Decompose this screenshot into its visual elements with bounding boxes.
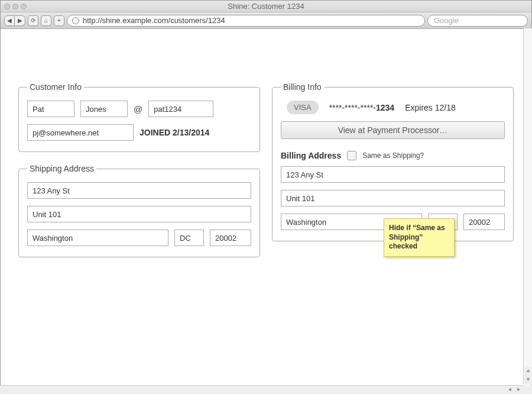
same-as-shipping-checkbox[interactable] [347, 151, 356, 160]
billing-street2-field[interactable] [281, 190, 505, 206]
card-expires: Expires 12/18 [405, 103, 456, 112]
card-masked-prefix: ****-****-****- [329, 103, 376, 112]
billing-zip-field[interactable] [463, 214, 505, 230]
username-field[interactable] [148, 101, 213, 117]
add-button[interactable]: + [54, 15, 64, 26]
email-field[interactable] [27, 124, 134, 141]
annotation-sticky-note: Hide if “Same as Shipping” checked [384, 218, 455, 257]
billing-info-legend: Billing Info [281, 82, 324, 92]
titlebar: Shine: Customer 1234 [1, 1, 531, 12]
forward-button[interactable]: ▶ [15, 15, 25, 26]
first-name-field[interactable] [27, 101, 74, 117]
window-title: Shine: Customer 1234 [1, 2, 531, 11]
annotation-text: Hide if “Same as Shipping” checked [389, 224, 445, 250]
shipping-zip-field[interactable] [210, 230, 251, 246]
shipping-address-group: Shipping Address [18, 164, 260, 257]
url-bar[interactable]: http://shine.example.com/customers/1234 [67, 15, 425, 27]
card-number: ****-****-****-1234 [329, 103, 395, 112]
url-text: http://shine.example.com/customers/1234 [83, 16, 225, 25]
customer-info-group: Customer Info @ JOINED 2/13/2014 [18, 82, 260, 152]
card-last4: 1234 [376, 103, 394, 112]
last-name-field[interactable] [80, 101, 128, 117]
scroll-left-arrow-icon[interactable]: ◂ [505, 386, 514, 394]
shipping-state-field[interactable] [174, 230, 204, 246]
reload-button[interactable]: ⟳ [28, 15, 38, 26]
page-content: Customer Info @ JOINED 2/13/2014 Shippin… [1, 29, 531, 393]
home-button[interactable]: ⌂ [41, 15, 51, 26]
scroll-right-arrow-icon[interactable]: ▸ [514, 386, 523, 394]
search-placeholder: Google [434, 16, 459, 25]
billing-info-group: Billing Info VISA ****-****-****-1234 Ex… [272, 82, 514, 241]
shipping-city-field[interactable] [27, 230, 168, 246]
billing-street1-field[interactable] [281, 166, 505, 183]
view-payment-processor-button[interactable]: View at Payment Processor… [281, 121, 505, 139]
customer-info-legend: Customer Info [27, 82, 84, 92]
same-as-shipping-label: Same as Shipping? [362, 151, 424, 160]
at-symbol: @ [134, 104, 142, 114]
card-type-badge: VISA [287, 101, 319, 114]
globe-icon [72, 17, 79, 24]
scroll-up-arrow-icon[interactable]: ▴ [524, 367, 532, 376]
resize-corner[interactable] [523, 385, 532, 394]
horizontal-scrollbar[interactable]: ◂ ▸ [0, 385, 523, 394]
browser-window: Shine: Customer 1234 ◀ ▶ ⟳ ⌂ + http://sh… [0, 0, 532, 394]
vertical-scrollbar[interactable]: ▴ ▾ [523, 28, 532, 385]
browser-toolbar: ◀ ▶ ⟳ ⌂ + http://shine.example.com/custo… [1, 12, 531, 29]
shipping-street2-field[interactable] [27, 206, 251, 222]
joined-label: JOINED 2/13/2014 [140, 128, 209, 137]
scroll-down-arrow-icon[interactable]: ▾ [524, 376, 532, 385]
search-box[interactable]: Google [427, 15, 528, 27]
shipping-address-legend: Shipping Address [27, 164, 96, 173]
back-button[interactable]: ◀ [4, 15, 15, 26]
shipping-street1-field[interactable] [27, 182, 251, 199]
billing-address-label: Billing Address [281, 151, 341, 160]
